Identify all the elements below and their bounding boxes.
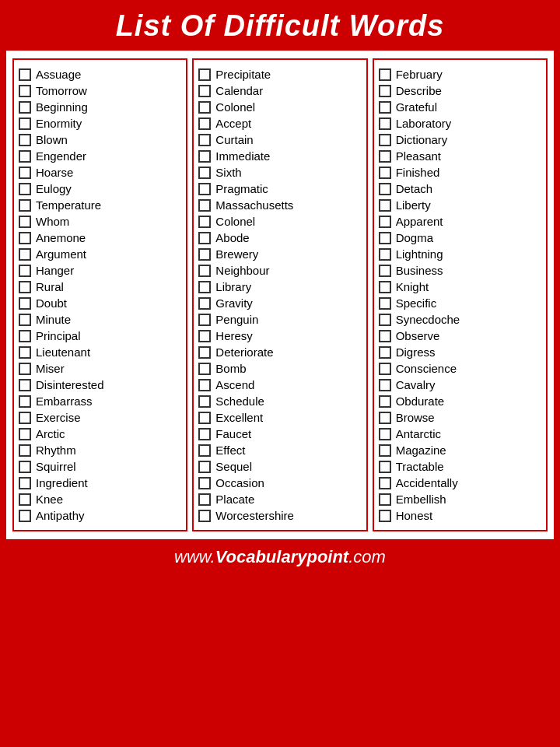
checkbox-icon[interactable]: [379, 281, 391, 293]
checkbox-icon[interactable]: [379, 395, 391, 408]
checkbox-icon[interactable]: [198, 477, 211, 489]
checkbox-icon[interactable]: [198, 117, 211, 130]
checkbox-icon[interactable]: [198, 395, 211, 408]
list-item: Massachusetts: [198, 197, 361, 213]
checkbox-icon[interactable]: [19, 68, 31, 81]
checkbox-icon[interactable]: [379, 510, 391, 522]
checkbox-icon[interactable]: [379, 379, 391, 391]
checkbox-icon[interactable]: [19, 248, 31, 261]
checkbox-icon[interactable]: [19, 199, 31, 212]
checkbox-icon[interactable]: [379, 183, 391, 195]
checkbox-icon[interactable]: [198, 428, 211, 440]
checkbox-icon[interactable]: [19, 510, 31, 522]
checkbox-icon[interactable]: [198, 379, 211, 391]
list-item: Gravity: [198, 295, 361, 311]
checkbox-icon[interactable]: [198, 183, 211, 195]
checkbox-icon[interactable]: [198, 281, 211, 293]
checkbox-icon[interactable]: [198, 461, 211, 473]
checkbox-icon[interactable]: [379, 314, 391, 326]
checkbox-icon[interactable]: [379, 167, 391, 179]
checkbox-icon[interactable]: [19, 216, 31, 228]
word-label: Anemone: [36, 231, 86, 244]
checkbox-icon[interactable]: [198, 265, 211, 277]
checkbox-icon[interactable]: [379, 248, 391, 261]
list-item: Disinterested: [19, 377, 181, 393]
word-label: Embarrass: [36, 395, 93, 408]
checkbox-icon[interactable]: [198, 85, 211, 97]
checkbox-icon[interactable]: [19, 167, 31, 179]
word-label: Rhythm: [36, 444, 76, 457]
checkbox-icon[interactable]: [19, 150, 31, 163]
checkbox-icon[interactable]: [19, 101, 31, 114]
checkbox-icon[interactable]: [19, 85, 31, 97]
checkbox-icon[interactable]: [19, 412, 31, 424]
checkbox-icon[interactable]: [379, 363, 391, 375]
checkbox-icon[interactable]: [19, 330, 31, 342]
checkbox-icon[interactable]: [379, 150, 391, 163]
word-label: Library: [215, 280, 251, 293]
checkbox-icon[interactable]: [198, 346, 211, 359]
checkbox-icon[interactable]: [379, 330, 391, 342]
list-item: Precipitate: [198, 66, 361, 82]
word-label: Eulogy: [36, 182, 72, 195]
word-label: Pragmatic: [215, 182, 268, 195]
checkbox-icon[interactable]: [198, 412, 211, 424]
list-item: Colonel: [198, 213, 361, 230]
checkbox-icon[interactable]: [379, 461, 391, 473]
checkbox-icon[interactable]: [198, 101, 211, 114]
checkbox-icon[interactable]: [379, 297, 391, 310]
checkbox-icon[interactable]: [379, 412, 391, 424]
checkbox-icon[interactable]: [198, 314, 211, 326]
list-item: Antipathy: [19, 507, 181, 524]
checkbox-icon[interactable]: [198, 248, 211, 261]
checkbox-icon[interactable]: [379, 232, 391, 244]
checkbox-icon[interactable]: [19, 232, 31, 244]
checkbox-icon[interactable]: [198, 134, 211, 146]
checkbox-icon[interactable]: [198, 150, 211, 163]
checkbox-icon[interactable]: [379, 444, 391, 457]
checkbox-icon[interactable]: [19, 493, 31, 506]
checkbox-icon[interactable]: [198, 363, 211, 375]
checkbox-icon[interactable]: [19, 265, 31, 277]
checkbox-icon[interactable]: [379, 346, 391, 359]
checkbox-icon[interactable]: [19, 477, 31, 489]
checkbox-icon[interactable]: [19, 134, 31, 146]
checkbox-icon[interactable]: [19, 444, 31, 457]
word-label: Liberty: [396, 198, 431, 212]
word-label: Beginning: [36, 100, 88, 114]
checkbox-icon[interactable]: [198, 216, 211, 228]
checkbox-icon[interactable]: [19, 379, 31, 391]
checkbox-icon[interactable]: [379, 101, 391, 114]
list-item: Embellish: [379, 491, 541, 507]
checkbox-icon[interactable]: [19, 428, 31, 440]
checkbox-icon[interactable]: [379, 117, 391, 130]
checkbox-icon[interactable]: [379, 477, 391, 489]
checkbox-icon[interactable]: [19, 297, 31, 310]
checkbox-icon[interactable]: [19, 281, 31, 293]
checkbox-icon[interactable]: [198, 330, 211, 342]
checkbox-icon[interactable]: [19, 314, 31, 326]
checkbox-icon[interactable]: [19, 461, 31, 473]
checkbox-icon[interactable]: [19, 395, 31, 408]
checkbox-icon[interactable]: [19, 363, 31, 375]
checkbox-icon[interactable]: [379, 265, 391, 277]
checkbox-icon[interactable]: [379, 428, 391, 440]
checkbox-icon[interactable]: [379, 85, 391, 97]
checkbox-icon[interactable]: [198, 68, 211, 81]
checkbox-icon[interactable]: [198, 493, 211, 506]
checkbox-icon[interactable]: [379, 68, 391, 81]
checkbox-icon[interactable]: [198, 297, 211, 310]
checkbox-icon[interactable]: [198, 167, 211, 179]
checkbox-icon[interactable]: [379, 493, 391, 506]
checkbox-icon[interactable]: [379, 199, 391, 212]
checkbox-icon[interactable]: [379, 134, 391, 146]
checkbox-icon[interactable]: [379, 216, 391, 228]
checkbox-icon[interactable]: [198, 199, 211, 212]
checkbox-icon[interactable]: [198, 510, 211, 522]
checkbox-icon[interactable]: [198, 232, 211, 244]
checkbox-icon[interactable]: [198, 444, 211, 457]
list-item: Neighbour: [198, 262, 361, 279]
checkbox-icon[interactable]: [19, 346, 31, 359]
checkbox-icon[interactable]: [19, 117, 31, 130]
checkbox-icon[interactable]: [19, 183, 31, 195]
